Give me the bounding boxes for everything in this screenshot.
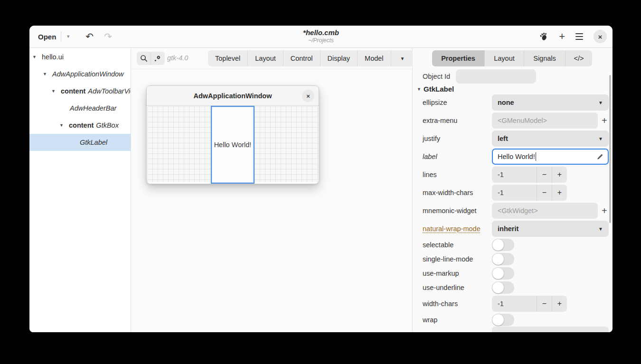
property-row-width-chars: width-chars -1 − + [413,295,613,313]
open-split-button[interactable]: Open ▼ [35,28,75,45]
tree-row-adwheaderbar[interactable]: AdwHeaderBar [29,100,131,117]
entry-value: Hello World! [498,153,535,160]
add-reference-icon[interactable]: + [602,115,607,126]
object-id-input[interactable] [456,69,536,84]
tab-signals[interactable]: Signals [524,50,566,66]
workspace-toolbar: gtk-4.0 Toplevel Layout Control Display … [131,48,412,69]
property-name: justify [423,135,492,142]
search-input[interactable]: gtk-4.0 [167,54,188,62]
gtklabel-expander[interactable]: ▼ GtkLabel [417,85,454,93]
use-markup-toggle[interactable] [492,267,514,280]
open-menu-arrow-icon[interactable]: ▼ [61,34,75,39]
property-name: width-chars [423,300,492,308]
object-id-row: Object Id [423,69,536,84]
cambalache-window: Open ▼ ↶ ↷ *hello.cmb ~/Projects [29,26,613,332]
property-row-use-underline: use-underline [413,280,613,295]
window-close-button[interactable]: × [594,30,607,43]
extra-menu-field[interactable]: <GMenuModel> [492,112,598,129]
tree-row-hello-ui[interactable]: ▼ hello.ui [29,48,131,65]
tree-row-content-gtkbox[interactable]: ▼ content GtkBox [29,117,131,134]
edit-pencil-icon[interactable] [596,153,603,160]
preview-close-button[interactable]: × [302,90,314,102]
add-reference-icon[interactable]: + [602,205,607,216]
decrement-button[interactable]: − [537,185,552,201]
preview-headerbar[interactable]: AdwApplicationWindow × [147,86,319,106]
design-canvas[interactable]: AdwApplicationWindow × Hello World! [131,69,412,332]
tree-label: AdwToolbarView [88,87,131,95]
tree-row-adwapplicationwindow[interactable]: ▼ AdwApplicationWindow [29,65,131,83]
undo-icon[interactable]: ↶ [85,32,94,41]
wrap-toggle[interactable] [492,314,514,326]
dropdown-value: inherit [498,225,518,233]
window-title: *hello.cmb [29,28,613,37]
selectable-toggle[interactable] [492,239,514,251]
dropdown-value: none [498,99,514,106]
expander-icon[interactable]: ▼ [51,89,61,93]
property-name: mnemonic-widget [423,207,492,215]
property-name: max-width-chars [423,189,492,196]
partially-visible-control [492,327,609,332]
decrement-button[interactable]: − [537,167,552,183]
tab-code[interactable]: </> [566,50,592,66]
increment-button[interactable]: + [552,185,567,201]
increment-button[interactable]: + [552,296,567,312]
tab-layout[interactable]: Layout [485,50,524,66]
tab-toplevel[interactable]: Toplevel [208,50,248,66]
max-width-chars-spinbutton: -1 − + [492,185,567,201]
natural-wrap-mode-dropdown[interactable]: inherit ▼ [492,221,609,237]
width-chars-spinbutton: -1 − + [492,296,567,312]
add-project-icon[interactable]: + [559,32,565,41]
expander-icon[interactable]: ▼ [32,55,42,59]
tree-row-content-adwtoolbarview[interactable]: ▼ content AdwToolbarView [29,83,131,100]
redo-icon[interactable]: ↷ [104,32,112,41]
spin-value[interactable]: -1 [492,296,537,312]
toggle-knob [492,253,504,265]
spin-value[interactable]: -1 [492,185,537,201]
placeholder-grid-right[interactable] [255,106,318,182]
label-entry[interactable]: Hello World! [492,149,609,165]
tab-properties[interactable]: Properties [432,50,485,66]
preview-adwapplicationwindow[interactable]: AdwApplicationWindow × Hello World! [146,85,319,184]
property-row-mnemonic-widget: mnemonic-widget <GtkWidget> + [413,202,613,220]
tree-label: GtkBox [96,121,119,129]
expander-icon[interactable]: ▼ [59,123,69,128]
placeholder-grid-left[interactable] [147,106,211,182]
preview-title: AdwApplicationWindow [194,92,272,100]
property-row-lines: lines -1 − + [413,166,613,184]
ellipsize-dropdown[interactable]: none ▼ [492,94,609,111]
gear-icon[interactable] [151,52,165,65]
property-row-label: label Hello World! [413,148,613,166]
widget-category-tabs: Toplevel Layout Control Display Model ▼ [208,50,414,66]
search-icon[interactable] [137,52,151,65]
tab-display[interactable]: Display [320,50,358,66]
tree-label: AdwApplicationWindow [52,70,124,78]
menu-icon[interactable] [575,33,583,40]
use-underline-toggle[interactable] [492,281,514,294]
tab-control[interactable]: Control [283,50,320,66]
inspector-scrollbar[interactable] [609,75,611,223]
expander-icon[interactable]: ▼ [43,72,52,76]
tab-model[interactable]: Model [358,50,391,66]
single-line-mode-toggle[interactable] [492,253,514,265]
expander-icon[interactable]: ▼ [417,87,424,92]
property-row-natural-wrap-mode: natural-wrap-mode inherit ▼ [413,220,613,238]
tree-row-gtklabel[interactable]: GtkLabel [29,134,131,151]
desktop-background: Open ▼ ↶ ↷ *hello.cmb ~/Projects [0,0,641,364]
justify-dropdown[interactable]: left ▼ [492,131,609,147]
more-categories-arrow-icon[interactable]: ▼ [391,50,414,66]
main-content: ▼ hello.ui ▼ AdwApplicationWindow ▼ cont… [29,48,613,332]
headerbar: Open ▼ ↶ ↷ *hello.cmb ~/Projects [29,26,613,48]
toggle-knob [492,268,504,279]
selected-gtklabel-widget[interactable]: Hello World! [211,106,255,184]
increment-button[interactable]: + [552,167,567,183]
search-button-group [137,52,165,65]
tab-layout[interactable]: Layout [248,50,283,66]
property-row-max-width-chars: max-width-chars -1 − + [413,184,613,202]
open-button[interactable]: Open [35,33,61,41]
mnemonic-widget-field[interactable]: <GtkWidget> [492,203,598,219]
gnome-foot-icon[interactable] [539,32,548,41]
chevron-down-icon: ▼ [598,100,603,105]
tree-label: AdwHeaderBar [70,104,116,112]
spin-value[interactable]: -1 [492,167,537,183]
decrement-button[interactable]: − [537,296,552,312]
